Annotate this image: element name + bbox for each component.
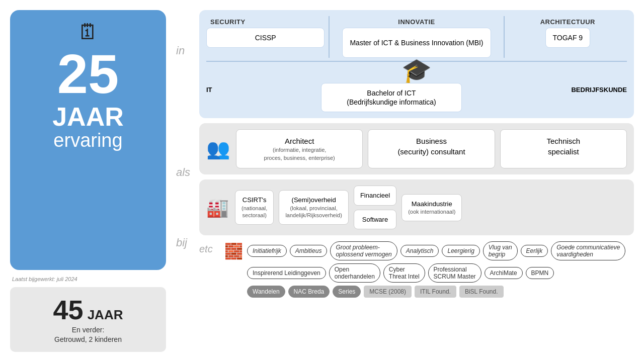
left-panel: 🗓 25 JAAR ervaring Laatst bijgewerkt: ju…: [10, 10, 166, 352]
bachelor-sub: (Bedrijfskundige informatica): [347, 98, 436, 106]
tag-archimate: ArchiMate: [485, 267, 523, 279]
csirt-sub: (nationaal,sectoraal): [242, 205, 267, 220]
tag-onderhandelen: Openonderhandelen: [329, 263, 380, 283]
architect-sub: (informatie, integratie,proces, business…: [244, 146, 355, 162]
als-label: als: [176, 166, 190, 179]
tag-mcse: MCSE (2008): [364, 286, 412, 298]
factory-icon: 🏭: [206, 197, 229, 218]
finance-software-col: Financieel Software: [354, 186, 396, 229]
tag-initiatiefrijk: Initiatiefrijk: [247, 245, 287, 257]
roles-boxes: Architect (informatie, integratie,proces…: [236, 129, 627, 168]
in-label: in: [176, 44, 185, 57]
overheid-box: (Semi)overheid (lokaal, provinciaal,land…: [279, 190, 349, 225]
innovatie-header: INNOVATIE: [394, 16, 439, 28]
overheid-sub: (lokaal, provinciaal,landelijk/Rijksover…: [285, 205, 342, 220]
it-label: IT: [206, 83, 221, 94]
tag-scrum-master: ProfessionalSCRUM Master: [428, 263, 481, 283]
security-col: SECURITY CISSP: [206, 16, 330, 58]
years-number: 25: [57, 46, 119, 102]
architect-box: Architect (informatie, integratie,proces…: [236, 129, 363, 168]
brick-icon: 🧱: [224, 241, 243, 260]
togaf-box: TOGAF 9: [545, 28, 591, 48]
tag-cyber-threat: CyberThreat Intel: [383, 263, 425, 283]
experience-card: 🗓 25 JAAR ervaring: [10, 10, 166, 270]
architect-title: Architect: [244, 136, 355, 146]
csirt-title: CSIRT's: [242, 196, 267, 205]
bachelor-label: Bachelor of ICT(Bedrijfskundige informat…: [347, 89, 436, 106]
bedrijfskunde-label: BEDRIJFSKUNDE: [561, 83, 627, 94]
last-updated: Laatst bijgewerkt: juli 2024: [10, 276, 166, 282]
age-sub: En verder: Getrouwd, 2 kinderen: [54, 325, 122, 345]
people-icon: 👥: [206, 138, 230, 160]
business-consultant-box: Business(security) consultant: [368, 129, 495, 168]
tag-bisl: BiSL Found.: [459, 286, 504, 298]
tag-analytisch: Analytisch: [400, 245, 439, 257]
innovatie-col: INNOVATIE Master of ICT & Business Innov…: [330, 16, 504, 58]
tag-probleem: Groot probleem-oplossend vermogen: [330, 241, 397, 260]
etc-label: etc: [199, 241, 220, 255]
architectuur-header: ARCHITECTUUR: [536, 16, 599, 28]
education-bottom-row: IT Bachelor of ICT(Bedrijfskundige infor…: [206, 81, 627, 112]
maakindustrie-box: Maakindustrie (ook internationaal): [401, 194, 462, 221]
tag-bpmn: BPMN: [526, 267, 554, 279]
personality-tags: Initiatiefrijk Ambitieus Groot probleem-…: [247, 241, 634, 260]
tag-eerlijk: Eerlijk: [521, 245, 548, 257]
tag-itil: ITIL Found.: [415, 286, 456, 298]
security-header: SECURITY: [206, 16, 325, 28]
tag-nac: NAC Breda: [288, 286, 330, 298]
industry-boxes: CSIRT's (nationaal,sectoraal) (Semi)over…: [235, 186, 627, 229]
ervaring-label: ervaring: [53, 130, 122, 151]
tag-leergierig: Leergierig: [442, 245, 479, 257]
maakindustrie-sub: (ook internationaal): [408, 208, 455, 216]
tech-specialist-box: Technischspecialist: [500, 129, 627, 168]
tag-ambitieus: Ambitieus: [290, 245, 328, 257]
tag-leidinggeven: Inspirerend Leidinggeven: [247, 267, 326, 279]
hobbies-certs-tags: Wandelen NAC Breda Series MCSE (2008) IT…: [247, 286, 634, 298]
maakindustrie-title: Maakindustrie: [408, 200, 455, 209]
bij-label: bij: [176, 236, 187, 249]
bachelor-box: Bachelor of ICT(Bedrijfskundige informat…: [321, 83, 462, 112]
tag-series: Series: [333, 286, 361, 298]
age-number: 45: [53, 294, 84, 325]
skills-tags: Inspirerend Leidinggeven Openonderhandel…: [247, 263, 634, 283]
calendar-icon: 🗓: [77, 20, 99, 44]
mbi-box: Master of ICT & Business Innovation (MBI…: [342, 28, 491, 58]
csirt-box: CSIRT's (nationaal,sectoraal): [235, 190, 274, 225]
tag-wandelen: Wandelen: [247, 286, 285, 298]
overheid-title: (Semi)overheid: [285, 196, 342, 205]
financieel-box: Financieel: [354, 186, 396, 206]
tag-vlug: Vlug vanbegrip: [483, 241, 518, 260]
age-jaar-label: JAAR: [88, 307, 123, 323]
roles-section: 👥 Architect (informatie, integratie,proc…: [199, 123, 634, 174]
software-box: Software: [354, 210, 396, 230]
tag-communicatief: Goede communicatievevaardigheden: [551, 241, 625, 260]
architectuur-col: ARCHITECTUUR TOGAF 9: [505, 16, 627, 58]
cissp-box: CISSP: [206, 28, 325, 48]
tech-specialist-title: Technischspecialist: [508, 136, 619, 157]
education-section: SECURITY CISSP INNOVATIE Master of ICT &…: [199, 10, 634, 118]
age-card: 45 JAAR En verder: Getrouwd, 2 kinderen: [10, 287, 166, 352]
jaar-label: JAAR: [52, 102, 124, 132]
business-consultant-title: Business(security) consultant: [375, 136, 487, 157]
industries-section: 🏭 CSIRT's (nationaal,sectoraal) (Semi)ov…: [199, 179, 634, 235]
